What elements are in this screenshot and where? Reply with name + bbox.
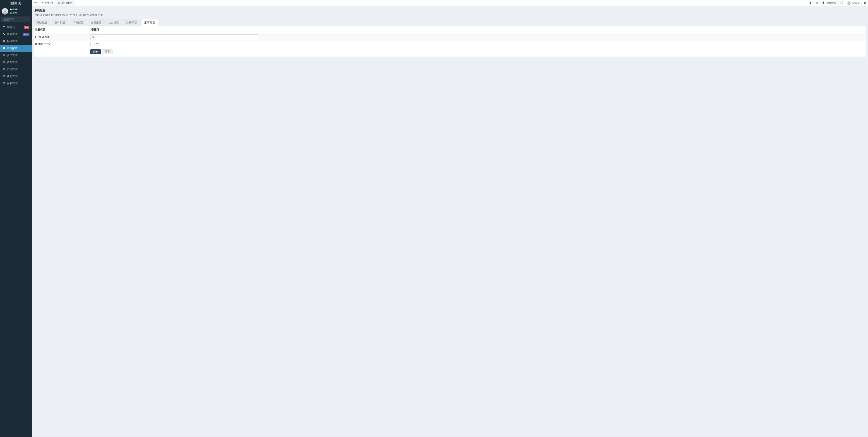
fullscreen-icon — [840, 1, 843, 5]
topbar-user[interactable]: Admin — [845, 0, 862, 6]
list-icon — [2, 82, 5, 85]
user-status: 在线 — [10, 11, 18, 15]
list-icon — [2, 68, 5, 71]
status-dot-icon — [10, 12, 12, 14]
home-icon — [809, 1, 812, 5]
form-card: 变量标题 变量值 1TRX=USDT1USDT=TRX 确定 重置 — [33, 26, 866, 57]
subtab-2[interactable]: 字典配置 — [70, 19, 87, 26]
svg-point-4 — [4, 34, 5, 35]
user-panel: Admin 在线 — [0, 6, 32, 16]
subtabs: 基础配置邮件配置字典配置会员配置app设置注册配置汇率配置 — [33, 19, 866, 26]
panel: 系统配置 可以在此增改系统的变量和分组,也可以自定义分组和变量 基础配置邮件配置… — [33, 8, 866, 57]
sidebar-item-3[interactable]: 系统配置 — [0, 45, 32, 52]
svg-rect-16 — [3, 62, 5, 62]
sidebar-item-5[interactable]: 资金管理‹ — [0, 59, 32, 66]
content: 系统配置 可以在此增改系统的变量和分组,也可以自定义分组和变量 基础配置邮件配置… — [32, 6, 868, 437]
svg-rect-14 — [3, 61, 5, 62]
avatar-small-icon — [847, 1, 851, 5]
cogs-icon — [2, 33, 5, 36]
subtab-1[interactable]: 邮件配置 — [52, 19, 68, 26]
sidebar-item-4[interactable]: 会员管理‹ — [0, 52, 32, 59]
form-input-0[interactable] — [90, 34, 258, 40]
svg-rect-12 — [3, 56, 5, 56]
tab-1[interactable]: 系统配置 — [56, 0, 75, 6]
svg-rect-20 — [3, 68, 5, 69]
sidebar-toggle-button[interactable] — [32, 0, 39, 6]
svg-point-5 — [3, 40, 4, 41]
tab-label: 控制台 — [45, 1, 53, 5]
subtab-0[interactable]: 基础配置 — [33, 19, 50, 26]
sliders-icon — [864, 1, 866, 5]
svg-rect-22 — [3, 69, 5, 69]
svg-rect-26 — [3, 75, 5, 76]
sidebar-search — [0, 16, 32, 24]
svg-rect-9 — [3, 55, 3, 55]
form-input-1[interactable] — [90, 42, 258, 47]
user-status-text: 在线 — [13, 11, 18, 15]
svg-point-3 — [3, 33, 4, 34]
sidebar-item-label: 控制台 — [7, 25, 23, 29]
svg-rect-10 — [3, 55, 5, 55]
chevron-left-icon: ‹ — [29, 54, 29, 57]
clear-cache-button[interactable]: 清除缓存 — [820, 0, 838, 6]
svg-rect-19 — [3, 68, 3, 69]
svg-rect-8 — [3, 54, 5, 55]
sidebar-item-2[interactable]: 权限管理‹ — [0, 38, 32, 45]
sidebar-item-label: 常规管理 — [7, 32, 22, 36]
svg-rect-32 — [3, 82, 5, 82]
topbar-user-name: Admin — [852, 2, 860, 5]
home-button[interactable]: 主页 — [807, 0, 820, 6]
form-rows: 1TRX=USDT1USDT=TRX — [34, 33, 866, 48]
form-row-label: 1TRX=USDT — [34, 36, 90, 39]
ok-button[interactable]: 确定 — [90, 49, 101, 54]
user-info: Admin 在线 — [10, 8, 18, 15]
svg-rect-34 — [3, 83, 5, 83]
sidebar-item-8[interactable]: 客服管理‹ — [0, 80, 32, 87]
sidebar-badge: new — [23, 33, 29, 36]
panel-header: 系统配置 可以在此增改系统的变量和分组,也可以自定义分组和变量 — [33, 8, 866, 18]
svg-rect-29 — [3, 76, 3, 77]
fullscreen-button[interactable] — [838, 0, 845, 6]
sidebar-item-7[interactable]: 新闻管理‹ — [0, 73, 32, 80]
sidebar-item-1[interactable]: 常规管理new — [0, 31, 32, 38]
sidebar-item-label: 资金管理 — [7, 60, 27, 64]
svg-rect-31 — [3, 82, 3, 82]
avatar[interactable] — [2, 8, 8, 14]
svg-rect-33 — [3, 83, 3, 83]
svg-rect-13 — [3, 61, 3, 62]
form-row-value — [90, 34, 866, 40]
trash-icon — [822, 1, 825, 5]
subtab-4[interactable]: app设置 — [106, 19, 122, 26]
topbar: 控制台系统配置 主页 清除缓存 Admin — [32, 0, 868, 6]
topbar-right: 主页 清除缓存 Admin — [807, 0, 868, 6]
svg-point-6 — [4, 40, 5, 41]
svg-rect-18 — [3, 63, 5, 63]
form-actions: 确定 重置 — [34, 48, 866, 57]
svg-rect-24 — [3, 69, 5, 70]
subtab-5[interactable]: 注册配置 — [123, 19, 140, 26]
chevron-left-icon: ‹ — [29, 82, 29, 85]
sidebar-item-6[interactable]: 矿池管理‹ — [0, 66, 32, 73]
form-row-label: 1USDT=TRX — [34, 43, 90, 46]
chevron-left-icon: ‹ — [29, 68, 29, 71]
svg-rect-23 — [3, 69, 3, 70]
search-box[interactable] — [1, 16, 30, 23]
svg-rect-17 — [3, 63, 3, 63]
main: 控制台系统配置 主页 清除缓存 Admin — [32, 0, 868, 437]
panel-title: 系统配置 — [34, 9, 865, 12]
reset-button[interactable]: 重置 — [102, 49, 113, 54]
tab-0[interactable]: 控制台 — [39, 0, 56, 6]
sidebar-item-label: 矿池管理 — [7, 67, 27, 71]
col-header-value: 变量值 — [90, 28, 866, 32]
tab-label: 系统配置 — [62, 1, 73, 5]
subtab-6[interactable]: 汇率配置 — [141, 19, 158, 26]
home-label: 主页 — [813, 1, 818, 5]
sidebar-item-label: 权限管理 — [7, 39, 27, 43]
form-row-1: 1USDT=TRX — [34, 41, 866, 48]
svg-rect-15 — [3, 62, 3, 62]
clear-cache-label: 清除缓存 — [826, 1, 837, 5]
chevron-left-icon: ‹ — [29, 75, 29, 78]
settings-button[interactable] — [862, 0, 868, 6]
subtab-3[interactable]: 会员配置 — [88, 19, 104, 26]
sidebar-item-0[interactable]: 控制台hot — [0, 24, 32, 31]
